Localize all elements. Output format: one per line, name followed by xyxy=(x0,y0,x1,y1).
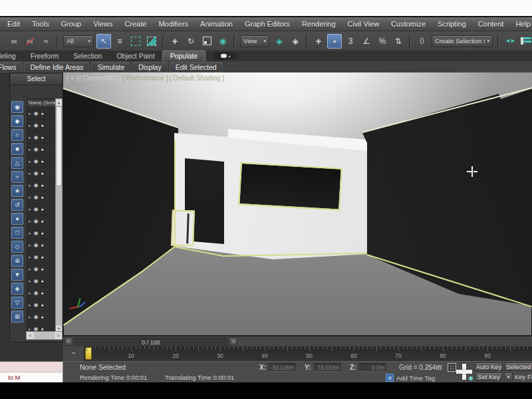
large-set-key-button[interactable] xyxy=(455,362,473,381)
explorer-row[interactable]: ▸◉● xyxy=(27,108,55,120)
clipped-left-icon[interactable]: ▸ xyxy=(0,34,5,49)
row-expand-icon[interactable]: ▸ xyxy=(29,231,31,236)
row-visibility-eye-icon[interactable]: ◉ xyxy=(34,134,39,140)
explorer-row[interactable]: ▸◉● xyxy=(27,299,55,311)
set-key-button[interactable]: Set Key xyxy=(475,372,503,381)
row-expand-icon[interactable]: ▸ xyxy=(29,123,31,128)
selection-set-dropdown[interactable]: Create Selection Se▾ xyxy=(432,35,493,47)
row-visibility-eye-icon[interactable]: ◉ xyxy=(34,266,39,272)
maxscript-mini-listener[interactable]: to M xyxy=(0,372,63,382)
select-and-move-icon[interactable]: + xyxy=(168,34,182,49)
maxscript-macro-recorder[interactable] xyxy=(0,362,63,372)
row-visibility-eye-icon[interactable]: ◉ xyxy=(34,146,39,152)
row-visibility-eye-icon[interactable]: ◉ xyxy=(34,158,39,164)
explorer-row[interactable]: ▸◉● xyxy=(27,180,55,192)
next-frame-button[interactable]: > xyxy=(229,338,237,346)
selection-filter-dropdown[interactable]: All▾ xyxy=(63,35,94,47)
explorer-row[interactable]: ▸◉● xyxy=(27,156,55,168)
explorer-row[interactable]: ▸◉● xyxy=(27,263,55,275)
row-expand-icon[interactable]: ▸ xyxy=(29,135,31,140)
explorer-sort-icon[interactable]: ▼ xyxy=(11,269,23,281)
use-selection-center-icon[interactable]: ◈ xyxy=(288,34,303,49)
menu-scripting[interactable]: Scripting xyxy=(432,20,472,28)
coord-z-field[interactable]: 0.0m xyxy=(358,363,386,372)
explorer-row[interactable]: ▸◉● xyxy=(27,287,55,299)
coord-y-field[interactable]: 73.033m xyxy=(313,363,341,372)
ref-coord-dropdown[interactable]: View▾ xyxy=(240,35,269,47)
menu-tools[interactable]: Tools xyxy=(26,20,55,28)
explorer-display-groups-icon[interactable]: ⊕ xyxy=(11,255,23,267)
unlink-selection-icon[interactable]: ∞ xyxy=(23,34,37,49)
explorer-display-geometry-icon[interactable]: ◉ xyxy=(11,101,23,113)
row-visibility-eye-icon[interactable]: ◉ xyxy=(34,170,39,176)
camera-viewport[interactable]: [ + ] [ Camera001 ] [ Performance ] [ De… xyxy=(63,72,532,336)
ribbon-button-simulate[interactable]: Simulate xyxy=(91,62,130,72)
snap-3d-icon[interactable]: 3 xyxy=(343,34,358,49)
coord-x-field[interactable]: -33.138m xyxy=(268,363,296,372)
use-pivot-point-icon[interactable]: ◈ xyxy=(272,34,287,49)
row-expand-icon[interactable]: ▸ xyxy=(29,267,31,272)
row-expand-icon[interactable]: ▸ xyxy=(29,111,31,116)
row-visibility-eye-icon[interactable]: ◉ xyxy=(34,290,39,296)
row-expand-icon[interactable]: ▸ xyxy=(29,243,31,248)
menu-animation[interactable]: Animation xyxy=(194,20,239,28)
row-expand-icon[interactable]: ▸ xyxy=(29,195,31,200)
auto-key-button[interactable]: Auto Key xyxy=(475,362,503,371)
menu-modifiers[interactable]: Modifiers xyxy=(152,20,194,28)
viewport-menu-shading[interactable]: [ Default Shading ] xyxy=(170,74,224,82)
row-visibility-eye-icon[interactable]: ◉ xyxy=(34,278,39,284)
row-visibility-eye-icon[interactable]: ◉ xyxy=(34,302,39,308)
row-expand-icon[interactable]: ▸ xyxy=(29,147,31,152)
row-expand-icon[interactable]: ▸ xyxy=(29,159,31,164)
explorer-row[interactable]: ▸◉● xyxy=(27,275,55,287)
key-filter-icon[interactable]: ▼ xyxy=(504,372,513,381)
explorer-display-cameras-icon[interactable]: ■ xyxy=(11,143,23,155)
explorer-display-particles-icon[interactable]: ★ xyxy=(11,185,23,197)
populate-flyout-button[interactable]: ▾ xyxy=(213,52,237,60)
explorer-display-shapes-icon[interactable]: ◆ xyxy=(11,115,23,127)
select-and-link-icon[interactable]: ∞ xyxy=(7,34,21,49)
time-tag-icon[interactable]: ⊕ xyxy=(386,374,394,382)
row-visibility-eye-icon[interactable]: ◉ xyxy=(34,314,39,320)
menu-civil-view[interactable]: Civil View xyxy=(342,20,385,28)
ribbon-tab-populate[interactable]: Populate xyxy=(162,51,205,61)
align-icon[interactable] xyxy=(519,34,532,49)
explorer-display-objects-icon[interactable]: ● xyxy=(11,213,23,225)
ribbon-button-define-idle-areas[interactable]: Define Idle Areas xyxy=(24,62,89,72)
scroll-up-icon[interactable]: ▲ xyxy=(56,99,62,106)
explorer-display-lights-icon[interactable]: ○ xyxy=(11,129,23,141)
mirror-icon[interactable]: ◄► xyxy=(503,34,517,49)
menu-content[interactable]: Content xyxy=(472,20,510,28)
row-expand-icon[interactable]: ▸ xyxy=(29,183,31,188)
explorer-row[interactable]: ▸◉● xyxy=(27,168,55,180)
menu-group[interactable]: Group xyxy=(55,20,88,28)
explorer-row[interactable]: ▸◉● xyxy=(27,132,55,144)
row-visibility-eye-icon[interactable]: ◉ xyxy=(34,110,39,116)
explorer-display-xrefs-icon[interactable]: ◇ xyxy=(11,241,23,253)
explorer-row[interactable]: ▸◉● xyxy=(27,192,55,203)
angle-snap-icon[interactable]: ∠ xyxy=(359,34,374,49)
select-object-icon[interactable]: ↖ xyxy=(96,34,111,49)
row-expand-icon[interactable]: ▸ xyxy=(29,291,31,296)
row-visibility-eye-icon[interactable]: ◉ xyxy=(34,182,39,188)
menu-rendering[interactable]: Rendering xyxy=(296,20,342,28)
row-visibility-eye-icon[interactable]: ◉ xyxy=(34,218,39,224)
scroll-right-icon[interactable]: > xyxy=(55,332,62,339)
explorer-row[interactable]: ▸◉● xyxy=(27,203,55,215)
explorer-object-list[interactable]: Name (Sorted ▸◉●▸◉●▸◉●▸◉●▸◉●▸◉●▸◉●▸◉●▸◉●… xyxy=(27,98,56,334)
explorer-display-materials-icon[interactable]: ◈ xyxy=(11,283,23,295)
ribbon-tab-modeling[interactable]: Modeling xyxy=(0,51,23,61)
ribbon-tab-freeform[interactable]: Freeform xyxy=(23,51,66,61)
explorer-row[interactable]: ▸◉● xyxy=(27,251,55,263)
row-expand-icon[interactable]: ▸ xyxy=(29,315,31,320)
scene-explorer-title[interactable]: Select xyxy=(11,74,62,85)
select-and-rotate-icon[interactable]: ↻ xyxy=(184,34,198,49)
select-and-place-icon[interactable]: + xyxy=(311,34,326,49)
scrollbar-thumb[interactable] xyxy=(56,106,62,186)
row-expand-icon[interactable]: ▸ xyxy=(29,219,31,224)
row-visibility-eye-icon[interactable]: ◉ xyxy=(34,242,39,248)
named-selection-sets-icon[interactable]: { } xyxy=(414,34,429,49)
row-visibility-eye-icon[interactable]: ◉ xyxy=(34,254,39,260)
explorer-row[interactable]: ▸◉● xyxy=(27,144,55,156)
explorer-horizontal-scrollbar[interactable]: < > xyxy=(26,331,63,340)
